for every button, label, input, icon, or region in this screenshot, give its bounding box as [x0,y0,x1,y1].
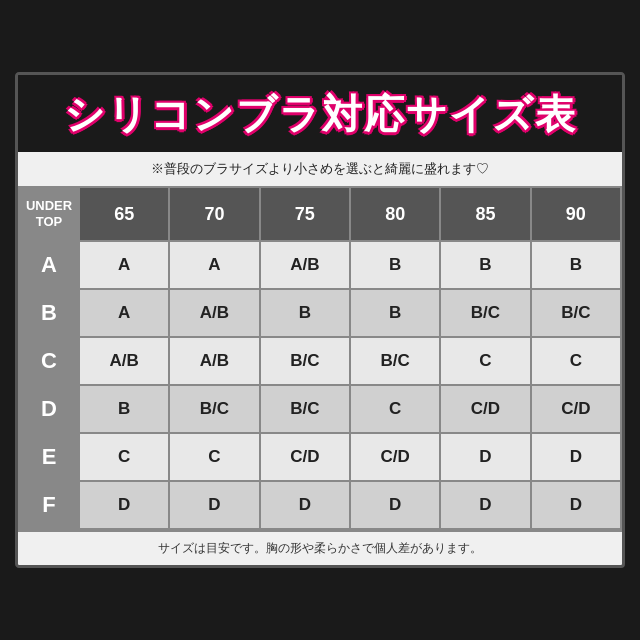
cell-d-65: B [79,385,169,433]
cell-f-70: D [169,481,259,529]
table-row: DBB/CB/CCC/DC/D [19,385,621,433]
cell-a-75: A/B [260,241,350,289]
cell-b-65: A [79,289,169,337]
cell-b-75: B [260,289,350,337]
cell-a-90: B [531,241,621,289]
table-row: FDDDDDD [19,481,621,529]
row-label-f: F [19,481,79,529]
cell-b-85: B/C [440,289,530,337]
cell-a-85: B [440,241,530,289]
header-col-75: 75 [260,187,350,240]
cell-b-90: B/C [531,289,621,337]
cell-a-65: A [79,241,169,289]
cell-e-85: D [440,433,530,481]
header-col-80: 80 [350,187,440,240]
page-title: シリコンブラ対応サイズ表 [28,87,612,142]
row-label-b: B [19,289,79,337]
cell-d-90: C/D [531,385,621,433]
header-under-top: UNDER TOP [19,187,79,240]
table-row: BAA/BBBB/CB/C [19,289,621,337]
cell-c-75: B/C [260,337,350,385]
header-col-85: 85 [440,187,530,240]
header-col-90: 90 [531,187,621,240]
table-row: CA/BA/BB/CB/CCC [19,337,621,385]
cell-d-75: B/C [260,385,350,433]
table-header-row: UNDER TOP 65 70 75 80 85 90 [19,187,621,240]
cell-f-90: D [531,481,621,529]
footer-note: サイズは目安です。胸の形や柔らかさで個人差があります。 [18,530,622,565]
cell-c-90: C [531,337,621,385]
cell-b-70: A/B [169,289,259,337]
cell-f-85: D [440,481,530,529]
row-label-c: C [19,337,79,385]
main-container: シリコンブラ対応サイズ表 ※普段のブラサイズより小さめを選ぶと綺麗に盛れます♡ … [15,72,625,567]
size-table: UNDER TOP 65 70 75 80 85 90 AAAA/BBBBBAA… [18,186,622,529]
cell-f-80: D [350,481,440,529]
cell-d-85: C/D [440,385,530,433]
cell-f-75: D [260,481,350,529]
header-col-65: 65 [79,187,169,240]
cell-e-75: C/D [260,433,350,481]
cell-b-80: B [350,289,440,337]
cell-e-90: D [531,433,621,481]
title-bar: シリコンブラ対応サイズ表 [18,75,622,152]
row-label-a: A [19,241,79,289]
table-body: AAAA/BBBBBAA/BBBB/CB/CCA/BA/BB/CB/CCCDBB… [19,241,621,529]
cell-e-65: C [79,433,169,481]
cell-a-80: B [350,241,440,289]
cell-e-80: C/D [350,433,440,481]
cell-c-70: A/B [169,337,259,385]
cell-c-80: B/C [350,337,440,385]
row-label-e: E [19,433,79,481]
table-row: AAAA/BBBB [19,241,621,289]
subtitle: ※普段のブラサイズより小さめを選ぶと綺麗に盛れます♡ [18,152,622,186]
cell-d-80: C [350,385,440,433]
row-label-d: D [19,385,79,433]
cell-a-70: A [169,241,259,289]
cell-e-70: C [169,433,259,481]
cell-c-65: A/B [79,337,169,385]
header-col-70: 70 [169,187,259,240]
cell-f-65: D [79,481,169,529]
cell-d-70: B/C [169,385,259,433]
cell-c-85: C [440,337,530,385]
table-row: ECCC/DC/DDD [19,433,621,481]
